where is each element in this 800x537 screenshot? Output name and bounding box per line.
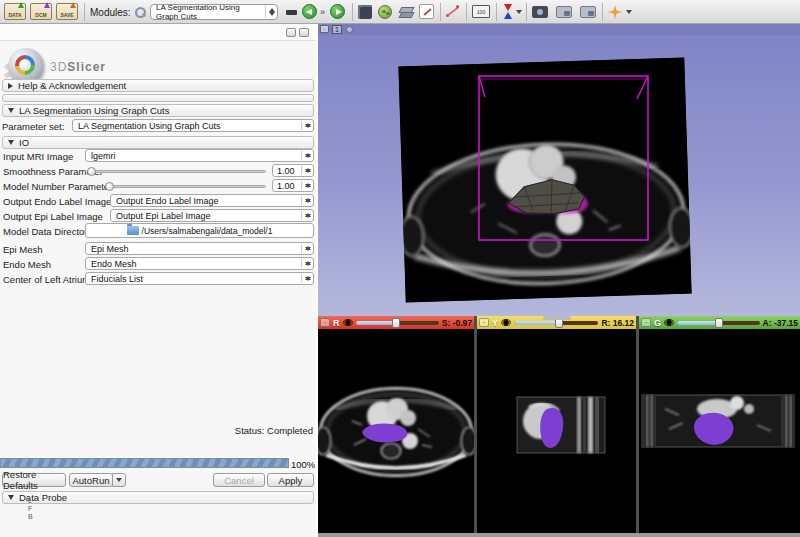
progress-bar (0, 458, 289, 468)
select-stepper-icon (301, 244, 312, 253)
center-la-select[interactable]: Fiducials List (85, 272, 314, 285)
endo-mesh-select[interactable]: Endo Mesh (85, 257, 314, 270)
annotation-line-icon[interactable] (446, 4, 461, 19)
layers-icon[interactable] (398, 6, 413, 18)
yellow-slice-slider[interactable] (514, 321, 598, 325)
io-section-label: IO (19, 137, 29, 148)
threed-view[interactable]: - 1 (318, 24, 800, 316)
select-stepper-icon (301, 259, 312, 268)
menu-glyph: - (645, 319, 647, 325)
yellow-visibility-eye-icon[interactable] (501, 319, 511, 326)
output-endo-value: Output Endo Label Image (116, 196, 219, 206)
yellow-slider-fill (514, 321, 556, 325)
module-search-icon[interactable] (134, 6, 146, 18)
output-epi-label: Output Epi Label Image (3, 211, 103, 222)
parameter-set-select[interactable]: LA Segmentation Using Graph Cuts (72, 119, 314, 132)
history-chevron[interactable]: » (320, 7, 325, 17)
view-collapse-button[interactable]: - (320, 25, 329, 33)
red-slice-bar: - R S: -0.97 (318, 316, 474, 329)
module-section[interactable]: LA Segmentation Using Graph Cuts (2, 104, 314, 117)
load-data-icon[interactable]: DATA (4, 3, 26, 20)
red-slider-handle[interactable] (392, 318, 400, 328)
markups-caret-icon[interactable] (516, 10, 522, 14)
markups-pin-icon[interactable] (503, 4, 512, 19)
module-section-label: LA Segmentation Using Graph Cuts (19, 105, 170, 116)
module-panel: ✱ 3DSlicer Help & Acknowledgement LA Seg… (0, 24, 316, 537)
green-slice-bar: - G A: -37.15 (639, 316, 800, 329)
screenshot-camera-icon[interactable] (532, 6, 548, 18)
select-stepper-icon (301, 274, 312, 283)
threed-view-controller-bar: - 1 (318, 24, 800, 35)
io-section[interactable]: IO (2, 136, 314, 149)
forward-icon[interactable] (330, 4, 345, 19)
axial-mri-art (318, 329, 474, 533)
green-visibility-eye-icon[interactable] (664, 319, 674, 326)
smoothness-spinbox[interactable]: 1.00 (272, 164, 314, 177)
view-label-badge: 1 (332, 25, 342, 34)
logo-3d: 3D (50, 60, 67, 74)
red-slice-letter: R (333, 318, 340, 328)
yellow-slice-view[interactable] (477, 329, 636, 533)
dicom-icon[interactable]: DCM (30, 3, 52, 20)
slice-area-bottom-strip (318, 533, 800, 537)
parameter-set-value: LA Segmentation Using Graph Cuts (78, 121, 221, 131)
toolbar-separator (526, 3, 527, 21)
scene-view-restore-icon[interactable] (580, 6, 596, 18)
slicer-logo-text: 3DSlicer (50, 60, 106, 74)
expanded-triangle-icon (8, 140, 14, 145)
help-acknowledgement-section[interactable]: Help & Acknowledgement (2, 79, 314, 92)
center-la-label: Center of Left Atrium (3, 274, 90, 285)
restore-defaults-button[interactable]: Restore Defaults (2, 473, 66, 487)
panel-popout-icon[interactable] (286, 28, 296, 37)
modules-dropdown[interactable]: LA Segmentation Using Graph Cuts (150, 4, 278, 20)
model-number-slider[interactable] (108, 185, 266, 188)
select-stepper-icon (301, 121, 312, 130)
yellow-slice-menu-button[interactable]: - (479, 318, 489, 327)
model-data-dir-button[interactable]: /Users/salmabengali/data_model/1 (85, 223, 314, 238)
view-pin-icon[interactable] (346, 26, 353, 33)
module-history-icon[interactable] (286, 10, 297, 15)
output-epi-select[interactable]: Output Epi Label Image (110, 209, 314, 222)
favorite-modules-icon[interactable] (608, 5, 622, 19)
input-mri-label: Input MRI Image (3, 151, 73, 162)
data-probe-section[interactable]: Data Probe (2, 491, 314, 504)
yellow-slice-offset: R: 16.12 (601, 318, 634, 328)
panel-header (0, 24, 316, 41)
autorun-caret-button[interactable] (112, 473, 126, 487)
back-icon[interactable] (302, 4, 317, 19)
model-number-spinbox[interactable]: 1.00 (272, 179, 314, 192)
splitter-handle[interactable] (543, 316, 571, 320)
smoothness-slider[interactable] (90, 170, 266, 173)
red-visibility-eye-icon[interactable] (343, 319, 353, 326)
red-slice-slider[interactable] (356, 321, 439, 325)
model-number-slider-handle[interactable] (105, 182, 114, 191)
red-slice-view[interactable] (318, 329, 474, 533)
favorites-caret-icon[interactable] (626, 10, 632, 14)
status-text: Status: Completed (235, 425, 313, 436)
output-endo-select[interactable]: Output Endo Label Image (110, 194, 314, 207)
apply-button[interactable]: Apply (267, 473, 314, 487)
autorun-button[interactable]: AutoRun (69, 473, 113, 487)
layout-cube-icon[interactable] (358, 5, 372, 19)
screen-capture-icon[interactable]: 100 (472, 5, 490, 18)
main-toolbar: DATA DCM SAVE Modules: LA Segmentation U… (0, 0, 800, 24)
green-slice-menu-button[interactable]: - (641, 318, 651, 327)
smoothness-slider-handle[interactable] (87, 167, 96, 176)
module-home-icon[interactable] (378, 5, 392, 19)
green-slider-handle[interactable] (715, 318, 723, 328)
green-slice-view[interactable] (639, 329, 800, 533)
cancel-button[interactable]: Cancel (213, 473, 265, 487)
red-slice-menu-button[interactable]: - (320, 318, 330, 327)
modules-label: Modules: (90, 7, 131, 18)
slice-intersection-icon[interactable] (419, 4, 434, 19)
coronal-mri-art (639, 329, 800, 533)
epi-mesh-value: Epi Mesh (91, 244, 129, 254)
panel-close-icon[interactable] (299, 28, 309, 37)
toolbar-separator (496, 3, 497, 21)
save-icon[interactable]: SAVE (56, 3, 78, 20)
green-slice-slider[interactable] (677, 321, 760, 325)
input-mri-select[interactable]: lgemri (85, 149, 314, 162)
scene-view-icon[interactable] (556, 6, 572, 18)
menu-glyph: - (324, 319, 326, 325)
epi-mesh-select[interactable]: Epi Mesh (85, 242, 314, 255)
